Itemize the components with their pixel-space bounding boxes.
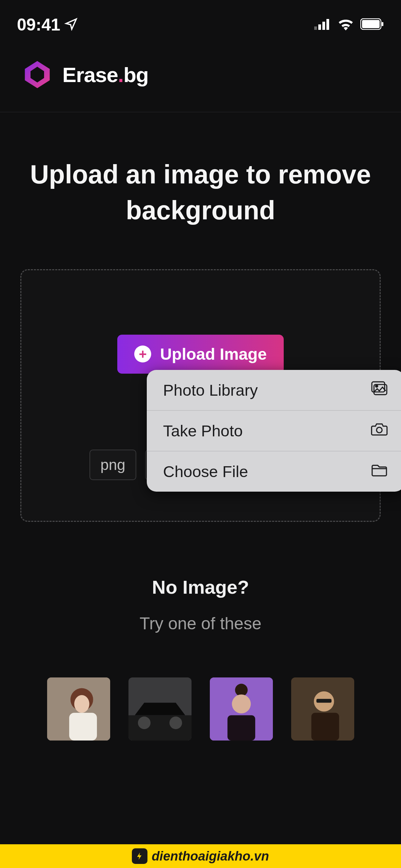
sample-black-car[interactable] [128, 677, 192, 741]
svg-point-14 [74, 695, 89, 713]
brand-dot: . [118, 63, 123, 86]
sample-woman-red-hair[interactable] [47, 677, 110, 741]
status-right [314, 18, 384, 32]
folder-icon [370, 462, 388, 481]
svg-point-10 [377, 427, 382, 433]
svg-point-22 [232, 694, 251, 713]
svg-rect-6 [382, 22, 383, 26]
photo-stack-icon [370, 381, 388, 399]
erasebg-logo-icon [20, 58, 54, 92]
sample-woman-bun[interactable] [210, 677, 273, 741]
sample-man-glasses[interactable] [291, 677, 354, 741]
footer-banner: dienthoaigiakho.vn [0, 844, 401, 868]
file-source-popup: Photo Library Take Photo Choose File [147, 370, 401, 492]
status-left: 09:41 [17, 15, 78, 35]
popup-item-label: Take Photo [163, 421, 243, 440]
brand-name: Erase.bg [62, 63, 148, 87]
svg-rect-5 [362, 20, 380, 28]
brand-part1: Erase [62, 63, 118, 86]
footer-logo-icon [132, 848, 147, 864]
svg-rect-0 [314, 26, 317, 30]
svg-point-9 [376, 385, 378, 387]
svg-rect-1 [318, 24, 321, 30]
page-headline: Upload an image to remove background [0, 112, 401, 269]
wifi-icon [337, 18, 354, 32]
popup-choose-file[interactable]: Choose File [147, 451, 401, 492]
svg-rect-15 [69, 713, 97, 741]
svg-rect-17 [128, 715, 192, 740]
brand-part2: bg [123, 63, 148, 86]
popup-item-label: Photo Library [163, 381, 258, 399]
battery-icon [360, 18, 384, 31]
upload-image-button[interactable]: + Upload Image [117, 335, 284, 374]
popup-item-label: Choose File [163, 462, 248, 481]
popup-take-photo[interactable]: Take Photo [147, 411, 401, 451]
footer-text: dienthoaigiakho.vn [152, 849, 269, 864]
no-image-subtitle: Try one of these [0, 614, 401, 633]
svg-point-18 [138, 716, 150, 729]
status-bar: 09:41 [0, 0, 401, 41]
camera-icon [370, 421, 388, 440]
app-header: Erase.bg [0, 41, 401, 112]
svg-rect-3 [326, 19, 329, 30]
svg-rect-27 [311, 713, 339, 741]
format-badge-png: png [89, 450, 136, 480]
svg-rect-2 [322, 22, 325, 30]
svg-rect-26 [316, 699, 332, 703]
svg-rect-23 [227, 715, 255, 740]
no-image-title: No Image? [0, 576, 401, 598]
no-image-section: No Image? Try one of these [0, 576, 401, 633]
location-arrow-icon [64, 17, 78, 32]
plus-icon: + [134, 346, 151, 362]
status-time: 09:41 [17, 15, 60, 35]
svg-point-19 [169, 716, 182, 729]
sample-images-row [0, 677, 401, 741]
upload-dropzone[interactable]: + Upload Image (upt png jpeg jpg webp Ph… [20, 269, 381, 522]
upload-button-label: Upload Image [160, 345, 267, 363]
popup-photo-library[interactable]: Photo Library [147, 370, 401, 411]
cellular-signal-icon [314, 18, 331, 31]
